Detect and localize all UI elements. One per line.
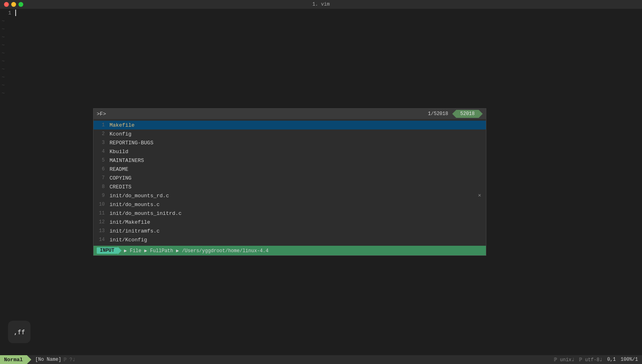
fzf-item-5[interactable]: 5 MAINTAINERS: [93, 156, 486, 165]
tilde-line: ~: [0, 25, 642, 33]
tilde-line: ~: [0, 89, 642, 97]
window-title: 1. vim: [312, 2, 329, 7]
fzf-item-num-11: 11: [97, 210, 110, 216]
counter-right-arrow: [479, 110, 483, 118]
mode-arrow: [27, 355, 31, 364]
fzf-panel: >F> 1/52018 52018 1 Makefile 2 Kconfig 3: [93, 108, 486, 256]
fzf-item-6[interactable]: 6 README: [93, 165, 486, 174]
fzf-item-9[interactable]: 9 init/do_mounts_rd.c: [93, 191, 486, 200]
tilde-line: ~: [0, 73, 642, 81]
close-button[interactable]: [4, 2, 9, 7]
ff-badge: ,ff: [8, 321, 30, 343]
fzf-item-num-9: 9: [97, 193, 110, 198]
fzf-item-name-3: REPORTING-BUGS: [110, 140, 153, 146]
statusbar-percent: 100%/1: [621, 357, 638, 362]
fzf-item-num-2: 2: [97, 131, 110, 137]
statusbar-filename: [No Name]: [35, 357, 61, 362]
fzf-mode-badge: INPUT: [97, 247, 118, 254]
fzf-item-name-5: MAINTAINERS: [110, 158, 144, 164]
fzf-item-num-10: 10: [97, 202, 110, 207]
fzf-item-name-1: Makefile: [110, 122, 134, 128]
maximize-button[interactable]: [18, 2, 23, 7]
x-cursor: ✕: [478, 192, 481, 198]
fzf-item-8[interactable]: 8 CREDITS: [93, 182, 486, 191]
statusbar: Normal [No Name] ℙ ?♩ ℙ unix♩ ℙ utf-8♩ 0…: [0, 355, 642, 364]
fzf-item-num-1: 1: [97, 122, 110, 128]
tilde-line: ~: [0, 17, 642, 25]
fzf-item-7[interactable]: 7 COPYING: [93, 174, 486, 182]
fzf-item-name-11: init/do_mounts_initrd.c: [110, 210, 181, 216]
fzf-statusbar: INPUT ▶ File ▶ FullPath ▶ /Users/yggdroo…: [93, 246, 486, 255]
ff-badge-text: ,ff: [14, 328, 25, 336]
fzf-item-4[interactable]: 4 Kbuild: [93, 147, 486, 156]
fzf-item-num-14: 14: [97, 237, 110, 243]
fzf-item-12[interactable]: 12 init/Makefile: [93, 218, 486, 226]
fzf-item-num-5: 5: [97, 158, 110, 163]
fzf-item-num-13: 13: [97, 228, 110, 234]
fzf-item-name-14: init/Kconfig: [110, 237, 147, 243]
fzf-status-arrow: [118, 247, 122, 255]
editor-line-1: 1: [0, 9, 642, 17]
counter-left-arrow: [420, 110, 424, 118]
fzf-item-name-13: init/initramfs.c: [110, 228, 160, 234]
fzf-item-11[interactable]: 11 init/do_mounts_initrd.c: [93, 209, 486, 218]
mode-badge: Normal: [0, 355, 27, 364]
statusbar-right: ℙ unix♩ ℙ utf-8♩ 0,1 100%/1: [554, 357, 642, 363]
fzf-prompt[interactable]: >F>: [97, 111, 106, 117]
tilde-line: ~: [0, 57, 642, 65]
editor-area: 1 ~ ~ ~ ~ ~ ~ ~ ~ ~ ~ >F> 1/52018 52018: [0, 9, 642, 355]
tilde-line: ~: [0, 65, 642, 73]
tilde-line: ~: [0, 81, 642, 89]
fzf-item-name-8: CREDITS: [110, 184, 132, 190]
fzf-item-name-9: init/do_mounts_rd.c: [110, 193, 169, 199]
fzf-counter: 1/52018 52018: [420, 110, 483, 118]
fzf-item-13[interactable]: 13 init/initramfs.c: [93, 226, 486, 235]
cursor: [15, 10, 16, 16]
tilde-line: ~: [0, 49, 642, 57]
fzf-item-num-12: 12: [97, 219, 110, 225]
fzf-item-1[interactable]: 1 Makefile: [93, 121, 486, 129]
tilde-line: ~: [0, 41, 642, 49]
titlebar: 1. vim: [0, 0, 642, 9]
fzf-counter-current: 1/52018: [424, 110, 452, 118]
fzf-counter-total: 52018: [456, 110, 479, 118]
fzf-item-2[interactable]: 2 Kconfig: [93, 129, 486, 138]
fzf-item-num-8: 8: [97, 184, 110, 190]
tilde-line: ~: [0, 33, 642, 41]
fzf-item-name-7: COPYING: [110, 175, 132, 181]
statusbar-position: 0,1: [607, 357, 616, 362]
statusbar-encoding-unix: ℙ unix♩: [554, 357, 574, 363]
traffic-lights: [4, 2, 23, 7]
fzf-item-num-4: 4: [97, 149, 110, 154]
fzf-item-name-10: init/do_mounts.c: [110, 202, 160, 208]
fzf-list: 1 Makefile 2 Kconfig 3 REPORTING-BUGS 4 …: [93, 119, 486, 246]
fzf-item-name-4: Kbuild: [110, 149, 128, 155]
fzf-item-num-3: 3: [97, 140, 110, 146]
statusbar-encoding-utf8: ℙ utf-8♩: [579, 357, 603, 363]
fzf-item-name-6: README: [110, 166, 128, 172]
fzf-item-num-7: 7: [97, 175, 110, 181]
fzf-item-name-2: Kconfig: [110, 131, 132, 137]
fzf-header: >F> 1/52018 52018: [93, 109, 486, 119]
fzf-item-3[interactable]: 3 REPORTING-BUGS: [93, 138, 486, 147]
counter-mid-arrow: [452, 110, 456, 118]
fzf-item-10[interactable]: 10 init/do_mounts.c: [93, 200, 486, 209]
fzf-item-name-12: init/Makefile: [110, 219, 150, 225]
minimize-button[interactable]: [11, 2, 16, 7]
fzf-breadcrumb1: ▶ File ▶ FullPath ▶ /Users/yggdroot/home…: [124, 248, 268, 254]
fzf-item-14[interactable]: 14 init/Kconfig: [93, 235, 486, 244]
statusbar-flags: ℙ ?♩: [64, 357, 75, 363]
fzf-item-num-6: 6: [97, 166, 110, 172]
line-number-1: 1: [2, 10, 14, 16]
